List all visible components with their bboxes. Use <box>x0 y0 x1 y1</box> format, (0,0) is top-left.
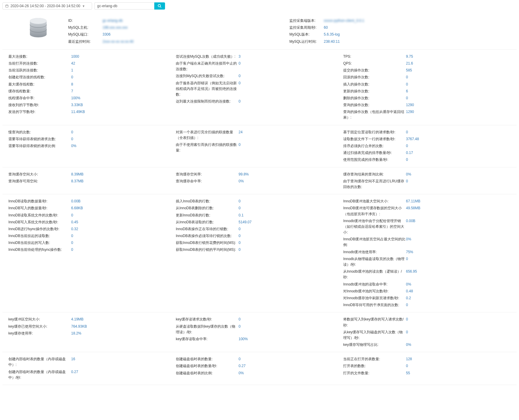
metric-label: InnoDB表操作正在等待的行锁数: <box>176 226 239 232</box>
metric-label: 最大连接数: <box>8 54 71 59</box>
metric-value: 0 <box>71 233 73 239</box>
metric-label: 缓存查询结果的查询比例: <box>343 172 406 177</box>
metric-value: 0 <box>406 302 408 308</box>
meta-label: 监控采集端版本: <box>289 18 324 24</box>
metric-label: 连接到MySQL的失败尝试次数: <box>176 73 239 79</box>
metric-label: 当前打开的连接数: <box>8 61 71 66</box>
meta-label: MySQL运行时间: <box>289 39 324 45</box>
metrics-section: InnoDB读取的数据量/秒:0.00BInnoDB写入的数据量/秒:6.68K… <box>2 194 517 312</box>
metric-label: InnoDB当前待处理的fsync操作数: <box>8 247 71 253</box>
metric-value: 0 <box>239 356 241 362</box>
metrics-column: key缓冲区空间大小:4.19MBkey缓存已使用空间大小:764.93KBke… <box>8 316 176 348</box>
metric-value: 128 <box>406 356 412 362</box>
metrics-column: InnoDB缓冲池最大空间大小:67.11MBInnoDB缓冲池可缓存数据的空间… <box>343 198 511 308</box>
metric-value: 0 <box>406 129 408 135</box>
metric-row: 获取InnoDB表的行锁的平均时间(MS):0 <box>176 246 337 253</box>
metric-value: 75% <box>406 249 413 255</box>
meta-row: 监控采集端版本:xxxxx-python-client_0.0.1 <box>289 17 511 24</box>
metric-value: 0% <box>71 143 76 149</box>
svg-rect-0 <box>6 5 8 7</box>
metric-row: 创建内部临时表的数量（内存或磁盘中）:16 <box>8 356 170 368</box>
metric-row: Innodb从物理磁盘读取页的次数（物理读）/秒:0 <box>343 256 505 268</box>
metric-label: 由于服务器内部错误（例如无法启动新线程或内存不足情况）而被拒绝的连接数: <box>176 80 239 98</box>
metrics-section: 查询缓存空间大小:8.39MB查询缓存可用空间:8.37MB查询缓存空闲率:99… <box>2 167 517 195</box>
metric-label: 从key缓存写入到磁盘的写入次数（物理写）/秒: <box>343 329 406 341</box>
metric-value: 0 <box>239 324 241 329</box>
metrics-section: 慢查询的次数:0需要等待获得表锁的请求次数:0需要等待获得表锁的请求比例:0%对… <box>2 125 517 167</box>
metric-label: key缓存读取命中率: <box>176 336 239 342</box>
meta-label: ID: <box>68 18 103 24</box>
metric-row: InnoDB写入的数据量/秒:6.68KB <box>8 205 170 212</box>
metric-label: 回滚的操作次数: <box>343 74 406 80</box>
metric-label: 创建磁盘临时表的数量/秒: <box>176 363 239 369</box>
search-button[interactable] <box>154 2 165 10</box>
metric-value: 3 <box>239 54 241 59</box>
metric-value: 8.37MB <box>71 178 83 184</box>
metric-label: Innodb缓冲池中由于分配给管理开销（如行锁或自适应哈希索引）的空间大小: <box>343 218 406 236</box>
metric-label: 插入InnoDB表的行数: <box>176 198 239 204</box>
date-range-picker[interactable]: 2020-04-26 14:52:00 - 2020-04-30 14:52:0… <box>2 2 92 10</box>
metric-row: 从InnoDB表删除的行数:0 <box>176 205 337 212</box>
metric-label: TPS: <box>343 54 406 59</box>
metric-value: 585 <box>406 68 412 73</box>
metric-row: 使用范围完成的排序数量/秒:0 <box>343 156 505 163</box>
metric-value: 1 <box>71 68 73 73</box>
database-icon <box>28 17 49 41</box>
meta-col-right: 监控采集端版本:xxxxx-python-client_0.0.1监控采集周期/… <box>289 17 511 45</box>
meta-label: MySQL端口: <box>68 32 103 37</box>
meta-value: xxxxx-python-client_0.0.1 <box>324 18 364 24</box>
metrics-column: 查询缓存空间大小:8.39MB查询缓存可用空间:8.37MB <box>8 171 176 191</box>
metric-row: 从InnoDB表读取的行数:5149.07 <box>176 219 337 226</box>
metric-row: 尝试连接MySQL次数（成功或失败）:3 <box>176 53 337 60</box>
metric-row: InnoDB缓冲池可缓存数据的空间大小（包括脏页和干净页）:49.58MB <box>343 205 505 217</box>
metric-label: 查询缓存空闲率: <box>176 172 239 177</box>
metric-row: 从硬盘读取数据到key缓存的次数（物理读）/秒:0 <box>176 323 337 336</box>
meta-label: 最近监控时间: <box>68 39 103 45</box>
metric-row: 达到最大连接限制而拒绝的连接数:0 <box>176 98 337 105</box>
metric-row: key缓存已使用空间大小:764.93KB <box>8 323 170 330</box>
metric-value: 0% <box>239 370 244 376</box>
metric-row: 创建处理连接的线程数:0 <box>8 74 170 81</box>
metrics-column: 将数据写入到key缓存的写入请求次数/秒:0从key缓存写入到磁盘的写入次数（物… <box>343 316 511 348</box>
metric-row: 基于固定位置读取行的请求数/秒:0 <box>343 129 505 136</box>
metric-label: 由于不使用索引而执行表扫描的联接数量: <box>176 142 239 153</box>
metric-label: 由于客户端在未正确关闭连接而中止的连接数: <box>176 61 239 72</box>
metric-row: 最大连接数:1000 <box>8 53 170 60</box>
meta-label: MySQL版本: <box>289 32 324 37</box>
metric-row: 对Innodb缓存池中刷新页请求数/秒:0.2 <box>343 295 505 302</box>
metric-row: 查询缓存空间大小:8.39MB <box>8 171 170 178</box>
metric-label: 创建内部临时表的数量（内存或磁盘中）/秒: <box>8 369 71 381</box>
metric-label: 达到最大连接限制而拒绝的连接数: <box>176 99 239 104</box>
metric-label: 从硬盘读取数据到key缓存的次数（物理读）/秒: <box>176 324 239 335</box>
metrics-column: InnoDB读取的数据量/秒:0.00BInnoDB写入的数据量/秒:6.68K… <box>8 198 176 308</box>
metric-value: 0 <box>71 247 73 253</box>
meta-row: MySQL运行时间:238:40:11 <box>289 38 511 45</box>
metric-label: InnoDB等待可用的干净页面的次数: <box>343 302 406 308</box>
search-input[interactable] <box>94 2 154 10</box>
metric-label: 由于查询缓存空间不足而进行LRU缓存回收的次数: <box>343 178 406 190</box>
meta-value: 60 <box>324 25 328 30</box>
metric-value: 0.1 <box>239 213 244 218</box>
metric-value: 0 <box>239 205 241 211</box>
metric-value: 0.2 <box>406 295 411 301</box>
meta-value: gc-erlang-db <box>103 18 123 24</box>
metric-label: 获取InnoDB表行锁所花费的时间(MS): <box>176 240 239 246</box>
meta-value: 5.6.35-log <box>324 32 340 37</box>
metric-value: 6 <box>406 88 408 94</box>
metric-value: 100% <box>71 95 80 101</box>
metric-value: 6.68KB <box>71 205 83 211</box>
metric-row: 对第一个表进行完全扫描的联接数量（全表扫描）:24 <box>176 129 337 141</box>
metric-value: 0.17 <box>406 150 413 156</box>
metric-label: 需要等待获得表锁的请求次数: <box>8 136 71 142</box>
metric-row: 当前打开的连接数:42 <box>8 60 170 67</box>
metric-value: 9.75 <box>406 54 413 59</box>
metric-label: 创建内部临时表的数量（内存或磁盘中）: <box>8 356 71 368</box>
metric-value: 0 <box>239 99 241 104</box>
metric-row: 发送的字节数/秒:11.49KB <box>8 109 170 115</box>
metrics-column: 当前正在打开的表数量:128打开表的数数:0打开的文件数量:55 <box>343 356 511 381</box>
metric-row: 获取InnoDB表行锁所花费的时间(MS):0 <box>176 239 337 246</box>
meta-row: ID:gc-erlang-db <box>68 17 289 24</box>
metric-label: 缓存线程数量: <box>8 88 71 94</box>
metric-label: 使用范围完成的排序数量/秒: <box>343 157 406 163</box>
metric-row: 缓存线程数量:7 <box>8 88 170 95</box>
